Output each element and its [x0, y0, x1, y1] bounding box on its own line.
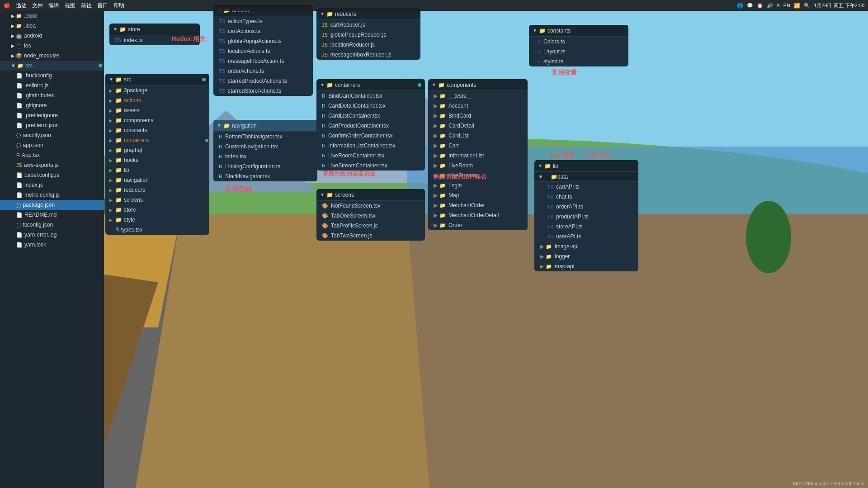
- sidebar-item-readme[interactable]: 📄 README.md: [0, 210, 104, 220]
- file-messageInboxReducer[interactable]: JSmessageInboxReducer.js: [316, 50, 420, 60]
- sidebar-item-apptsx[interactable]: R App.tsx: [0, 150, 104, 160]
- sidebar-item-gitignore[interactable]: 📄 .gitignore: [0, 100, 104, 110]
- folder-account[interactable]: ▶📁Account: [428, 101, 528, 111]
- sidebar-item-yarnlock[interactable]: 📄 yarn.lock: [0, 240, 104, 250]
- file-TabTwoScreen[interactable]: 🎨TabTwoScreen.js: [316, 231, 425, 241]
- file-chat[interactable]: TSchat.ts: [534, 192, 638, 202]
- file-starredProductActions[interactable]: TSstarredProductActions.ts: [213, 76, 313, 86]
- src-actions[interactable]: ▶ 📁 actions: [105, 95, 209, 105]
- src-types[interactable]: R types.tsx: [105, 225, 209, 235]
- data-subfolder-header[interactable]: ▼ 📁 data: [534, 172, 638, 182]
- file-actionTypes[interactable]: TSactionTypes.ts: [213, 16, 313, 26]
- file-BottomTabNavigator[interactable]: RBottomTabNavigator.tsx: [213, 132, 317, 142]
- sidebar-item-indexjs[interactable]: 📄 index.js: [0, 180, 104, 190]
- file-locationActions[interactable]: TSlocationActions.ts: [213, 46, 313, 56]
- sidebar-item-babel[interactable]: 📄 babel.config.js: [0, 170, 104, 180]
- file-cartAPI[interactable]: TScartAPI.ts: [534, 182, 638, 192]
- folder-cardlist[interactable]: ▶📁CardList: [428, 131, 528, 141]
- src-assets[interactable]: ▶ 📁 assets: [105, 105, 209, 115]
- file-index-tsx[interactable]: Rindex.tsx: [213, 152, 317, 161]
- file-LiveRoomContainer[interactable]: RLiveRoomContainer.tsx: [316, 151, 425, 161]
- file-productAPI[interactable]: TSproductAPI.ts: [534, 212, 638, 222]
- sidebar-item-node[interactable]: ▶ 📦 node_modules: [0, 51, 104, 61]
- src-components[interactable]: ▶ 📁 components: [105, 115, 209, 125]
- src-store[interactable]: ▶ 📁 store: [105, 205, 209, 215]
- sidebar-item-idea[interactable]: ▶ 📁 .idea: [0, 21, 104, 31]
- sidebar-item-prettierrc[interactable]: 📄 .prettierrc.json: [0, 120, 104, 130]
- sidebar-item-expo[interactable]: ▶ 📁 .expo: [0, 11, 104, 21]
- sidebar-item-yarnerror[interactable]: 📄 yarn-error.log: [0, 230, 104, 240]
- file-CartProductContainer[interactable]: RCartProductContainer.tsx: [316, 121, 425, 131]
- menu-view[interactable]: 视图: [65, 2, 75, 9]
- src-3package[interactable]: ▶ 📁 3package: [105, 85, 209, 95]
- folder-logger[interactable]: ▶📁logger: [534, 251, 638, 261]
- folder-order[interactable]: ▶📁Order: [428, 220, 528, 230]
- menubar-icon-search[interactable]: 🔍: [804, 3, 810, 9]
- file-cartReducer[interactable]: JScartReducer.js: [316, 20, 420, 30]
- file-locationReducer[interactable]: JSlocationReducer.js: [316, 40, 420, 50]
- sidebar-item-metro[interactable]: 📄 metro.config.js: [0, 190, 104, 200]
- sidebar-item-awsexports[interactable]: JS aws-exports.js: [0, 160, 104, 170]
- file-styled[interactable]: TSstyled.ts: [529, 57, 628, 66]
- menu-goto[interactable]: 前往: [81, 2, 92, 9]
- src-reducers[interactable]: ▶ 📁 reducers: [105, 185, 209, 195]
- sidebar-item-package[interactable]: { } package.json: [0, 200, 104, 210]
- folder-image-api[interactable]: ▶📁image-api: [534, 242, 638, 251]
- file-storeAPI[interactable]: TSstoreAPI.ts: [534, 222, 638, 232]
- folder-map-api[interactable]: ▶📁map-api: [534, 261, 638, 271]
- file-LinkingConfiguration[interactable]: RLinkingConfiguration.ts: [213, 161, 317, 171]
- folder-merchantorder[interactable]: ▶📁MerchantOrder: [428, 200, 528, 210]
- folder-tests[interactable]: ▶📁__tests__: [428, 91, 528, 101]
- apple-menu[interactable]: 🍎: [4, 2, 10, 9]
- folder-merchantorderdetail[interactable]: ▶📁MerchantOrderDetail: [428, 210, 528, 220]
- menu-help[interactable]: 帮助: [113, 2, 124, 9]
- src-containers[interactable]: ▶ 📁 containers: [105, 135, 209, 145]
- folder-map[interactable]: ▶📁Map: [428, 190, 528, 200]
- file-Colors[interactable]: TSColors.ts: [529, 37, 628, 47]
- folder-bindcard[interactable]: ▶📁BindCard: [428, 111, 528, 121]
- file-messageInboxAction[interactable]: TSmessageInboxAction.ts: [213, 56, 313, 66]
- folder-informationlist[interactable]: ▶📁InformationList: [428, 151, 528, 161]
- folder-livestream[interactable]: ▶📁LiveStream: [428, 171, 528, 180]
- sidebar-item-prettierignore[interactable]: 📄 .prettierignore: [0, 110, 104, 120]
- sidebar-item-android[interactable]: ▶ 🤖 android: [0, 31, 104, 41]
- folder-carddetail[interactable]: ▶📁CardDetail: [428, 121, 528, 131]
- src-lib[interactable]: ▶ 📁 lib: [105, 165, 209, 175]
- sidebar-item-ios[interactable]: ▶ 📱 ios: [0, 41, 104, 51]
- file-orderAPI[interactable]: TSorderAPI.ts: [534, 202, 638, 212]
- file-cartActions[interactable]: TScartActions.ts: [213, 26, 313, 36]
- file-userAPI[interactable]: TSuserAPI.ts: [534, 232, 638, 242]
- menu-file[interactable]: 文件: [32, 2, 43, 9]
- file-globlePopupReducer[interactable]: JSgloblePopupReducer.js: [316, 30, 420, 40]
- file-InformationListContainer[interactable]: RInformationListContainer.tsx: [316, 141, 425, 151]
- menu-app[interactable]: 迅达: [16, 2, 27, 9]
- src-screens[interactable]: ▶ 📁 screens: [105, 195, 209, 205]
- file-StackNavigator[interactable]: RStackNavigator.tsx: [213, 171, 317, 181]
- file-globlePopupActions[interactable]: TSgloblePopupActions.ts: [213, 36, 313, 46]
- menu-edit[interactable]: 编辑: [48, 2, 59, 9]
- menu-window[interactable]: 窗口: [97, 2, 108, 9]
- file-item-index-ts[interactable]: TS index.ts: [109, 35, 200, 45]
- file-BindCardContainer[interactable]: RBindCardContainer.tsx: [316, 91, 425, 101]
- src-hooks[interactable]: ▶ 📁 hooks: [105, 155, 209, 165]
- src-constants[interactable]: ▶ 📁 constants: [105, 125, 209, 135]
- sidebar-item-tsconfig[interactable]: { } tsconfig.json: [0, 220, 104, 230]
- sidebar-item-eslintrc[interactable]: 📄 .eslintrc.js: [0, 81, 104, 90]
- file-Layout[interactable]: TSLayout.ts: [529, 47, 628, 57]
- folder-liveroom[interactable]: ▶📁LiveRoom: [428, 161, 528, 171]
- file-CardDetailContainer[interactable]: RCardDetailContainer.tsx: [316, 101, 425, 111]
- src-navigation[interactable]: ▶ 📁 navigation: [105, 175, 209, 185]
- folder-cart[interactable]: ▶📁Cart: [428, 141, 528, 151]
- sidebar-item-gitattributes[interactable]: 📄 .gitattributes: [0, 90, 104, 100]
- file-NotFoundScreen[interactable]: 🎨NotFoundScreen.tsx: [316, 201, 425, 211]
- sidebar-item-src[interactable]: ▼ 📁 src: [0, 61, 104, 71]
- sidebar-item-amplify[interactable]: { } amplify.json: [0, 130, 104, 140]
- file-TabOneScreen[interactable]: 🎨TabOneScreen.tsx: [316, 211, 425, 221]
- file-ConfirmOrderContainer[interactable]: RConfirmOrderContainer.tsx: [316, 131, 425, 141]
- sidebar-item-appjson[interactable]: { } app.json: [0, 140, 104, 150]
- sidebar-item-buckconfig[interactable]: 📄 .buckconfig: [0, 71, 104, 81]
- file-CustomNavigation[interactable]: RCustomNavigation.tsx: [213, 142, 317, 152]
- file-CardListContainer[interactable]: RCardListContainer.tsx: [316, 111, 425, 121]
- file-orderActions[interactable]: TSorderActions.ts: [213, 66, 313, 76]
- file-LiveStreamContainer[interactable]: RLiveStreamContainer.tsx: [316, 161, 425, 171]
